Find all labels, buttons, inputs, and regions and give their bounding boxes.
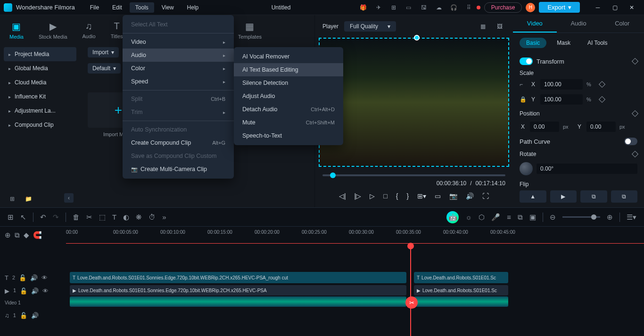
mic-icon[interactable]: 🎤 [491,213,500,221]
lock-icon[interactable]: 🔒 [520,96,526,103]
audio-wave-2[interactable] [414,296,508,307]
video-clip-2[interactable]: ▶ Love.Death.and.Robots.S01E01.Sc [414,285,508,295]
play-button[interactable]: ▷ [370,192,375,200]
tab-audio[interactable]: ♫Audio [83,21,96,40]
undo-icon[interactable]: ↶ [40,213,46,221]
keyframe-diamond[interactable] [632,110,638,117]
menu-edit[interactable]: Edit [107,2,128,13]
playhead-marker[interactable] [414,35,420,41]
shape-tool-icon[interactable]: ◐ [123,213,129,221]
split-indicator[interactable]: ✂ [405,296,418,309]
title-clip-2[interactable]: T Love.Death.and.Robots.S01E01.Sc [414,272,508,283]
rotate-input[interactable] [537,164,637,174]
menu-tools[interactable]: Tools [130,2,154,13]
shield-icon[interactable]: ⬡ [479,213,485,221]
quality-dropdown[interactable]: Full Quality▾ [344,21,396,32]
menu-create-compound[interactable]: Create Compound ClipAlt+G [123,136,234,149]
folder-icon[interactable]: 📁 [23,193,34,205]
rotate-dial[interactable] [520,162,533,175]
inspector-tab-color[interactable]: Color [600,15,644,33]
sidebar-item-influence-kit[interactable]: ▸Influence Kit [4,90,76,104]
scissors-icon[interactable]: ✂ [86,213,92,221]
inspector-tab-audio[interactable]: Audio [557,15,601,33]
settings-tool-icon[interactable]: ☼ [465,213,472,221]
ai-assistant-icon[interactable]: 🤖 [446,211,459,223]
submenu-speech-to-text[interactable]: Speech-to-Text [234,129,343,142]
mute-icon[interactable]: 🔊 [30,274,38,281]
snapshot-icon[interactable]: 📷 [449,192,457,200]
time-handle[interactable] [330,172,336,178]
grid-view-icon[interactable]: ▦ [477,21,488,32]
time-slider[interactable] [322,174,505,176]
menu-multi-camera[interactable]: 📷Create Multi-Camera Clip [123,163,234,176]
pointer-tool-icon[interactable]: ↖ [20,213,26,221]
menu-auto-sync[interactable]: Auto Synchronization [123,123,234,136]
monitor-icon[interactable]: ▭ [403,2,414,13]
stop-button[interactable]: □ [383,192,387,200]
submenu-adjust-audio[interactable]: Adjust Audio [234,90,343,103]
transform-toggle[interactable] [520,57,533,65]
tab-templates[interactable]: ▦Templates [238,21,262,40]
sidebar-item-global-media[interactable]: ▸Global Media [4,61,76,75]
subtab-ai-tools[interactable]: AI Tools [581,38,614,48]
collapse-icon[interactable]: ‹ [64,193,74,203]
send-icon[interactable]: ✈ [373,2,384,13]
delete-icon[interactable]: 🗑 [73,213,80,221]
keyframe-diamond[interactable] [599,96,605,103]
link-icon[interactable]: ⌐ [520,81,526,88]
subtab-basic[interactable]: Basic [520,38,546,48]
save-icon[interactable]: 🖫 [418,2,429,13]
default-dropdown[interactable]: Default▾ [88,63,121,74]
volume-icon[interactable]: 🔊 [466,192,474,200]
eye-icon[interactable]: 👁 [42,287,49,295]
headset-icon[interactable]: 🎧 [448,2,460,13]
menu-speed[interactable]: Speed▸ [123,75,234,88]
magnet-icon[interactable]: 🧲 [33,231,42,239]
redo-icon[interactable]: ↷ [53,213,59,221]
layout-icon[interactable]: ⊞▾ [417,192,426,200]
submenu-detach-audio[interactable]: Detach AudioCtrl+Alt+D [234,103,343,116]
inspector-tab-video[interactable]: Video [513,15,557,33]
tab-titles[interactable]: TTitles [111,21,123,40]
menu-split[interactable]: SplitCtrl+B [123,92,234,106]
menu-file[interactable]: File [84,2,105,13]
scale-y-input[interactable] [540,94,583,105]
purchase-button[interactable]: Purchase [484,2,522,13]
zoom-slider[interactable] [562,216,600,218]
sidebar-item-cloud-media[interactable]: ▸Cloud Media [4,75,76,90]
import-dropdown[interactable]: Import▾ [88,47,119,57]
crop-icon[interactable]: ⬚ [99,213,106,221]
track-marker-icon[interactable]: ◆ [24,231,29,239]
zoom-out-icon[interactable]: ⊖ [550,213,556,221]
scale-x-input[interactable] [540,79,583,90]
mute-icon[interactable]: 🔊 [31,312,39,319]
fullscreen-icon[interactable]: ⛶ [482,192,489,200]
folder-add-icon[interactable]: ⊞ [7,193,18,205]
export-button[interactable]: Export▾ [539,2,580,13]
sidebar-item-project-media[interactable]: ▸Project Media [4,47,76,61]
user-avatar[interactable]: H [526,3,535,12]
menu-help[interactable]: Help [182,2,205,13]
paste-button[interactable]: ⧉ [611,190,638,203]
menu-select-all-text[interactable]: Select All Text [123,18,234,31]
video-clip-1[interactable]: ▶ Love.Death.and.Robots.S01E01.Sonnies.E… [70,285,406,295]
flip-vertical-button[interactable]: ▶ [550,190,577,203]
submenu-ai-text-editing[interactable]: AI Text Based Editing [234,63,343,76]
menu-save-compound[interactable]: Save as Compound Clip Custom [123,149,234,163]
speed-icon[interactable]: ⏱ [149,213,156,221]
zoom-in-icon[interactable]: ⊕ [607,213,613,221]
menu-video[interactable]: Video▸ [123,35,234,49]
lock-icon[interactable]: 🔓 [20,287,27,295]
screen-icon[interactable]: ▭ [435,192,441,200]
maximize-button[interactable]: ▢ [606,1,623,14]
tab-stock-media[interactable]: ▶Stock Media [39,21,67,40]
mixer-icon[interactable]: ≡ [507,213,511,221]
overlap-icon[interactable]: ⧉ [518,213,523,221]
menu-view[interactable]: View [156,2,180,13]
list-icon[interactable]: ☰▾ [627,213,636,221]
keyframe-diamond[interactable] [632,58,638,65]
track-link-icon[interactable]: ⧉ [15,231,20,239]
lock-icon[interactable]: 🔓 [19,274,26,281]
position-y-input[interactable] [586,122,616,132]
mute-icon[interactable]: 🔊 [31,287,39,295]
